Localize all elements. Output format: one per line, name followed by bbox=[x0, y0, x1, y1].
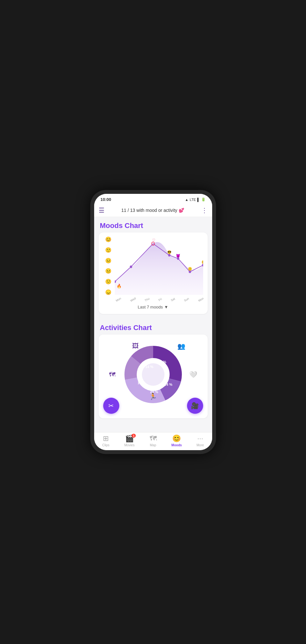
svg-text:🙂: 🙂 bbox=[188, 267, 192, 271]
activities-chart-title: Activities Chart bbox=[94, 319, 212, 335]
music-icon: 🖼 bbox=[132, 342, 139, 350]
map-nav-label: Map bbox=[150, 443, 156, 447]
chevron-down-icon: ▼ bbox=[164, 305, 168, 309]
more-options-icon[interactable]: ⋮ bbox=[201, 206, 208, 214]
status-icons: ▲ LTE ▌ 🔋 bbox=[185, 197, 205, 202]
moods-dropdown-row: Last 7 moods ▼ bbox=[103, 305, 203, 309]
svg-text:😈: 😈 bbox=[176, 253, 180, 258]
phone-screen: 10:00 ▲ LTE ▌ 🔋 ☰ 11 / 13 with mood or a… bbox=[94, 194, 212, 450]
moods-nav-icon: 😊 bbox=[172, 434, 181, 443]
x-label-thu: Thu bbox=[144, 297, 150, 302]
clips-nav-icon: ⊞ bbox=[103, 434, 109, 443]
toolbar-title: 11 / 13 with mood or activity 💕 bbox=[104, 208, 201, 213]
scissors-fab[interactable]: ✂ bbox=[103, 398, 119, 414]
svg-text:14 %: 14 % bbox=[145, 365, 153, 369]
moods-dropdown-label: Last 7 moods bbox=[138, 305, 163, 309]
svg-point-1 bbox=[130, 265, 132, 268]
friends-icon: 👥 bbox=[177, 342, 185, 350]
x-label-sun: Sun bbox=[183, 297, 190, 302]
mood-y-axis: 😊 🙂 😐 😐 🙁 😞 bbox=[103, 237, 114, 295]
activities-chart-card: 🖼 👥 🗺 🏃 🤍 bbox=[99, 335, 208, 418]
map-icon: 🗺 bbox=[109, 371, 115, 378]
camera-fab[interactable]: 🎥 bbox=[187, 398, 203, 414]
svg-point-10 bbox=[202, 264, 203, 266]
x-label-mon2: Mon bbox=[198, 297, 204, 302]
moods-chart-card: 😊 🙂 😐 😐 🙁 😞 bbox=[99, 232, 208, 314]
movies-badge: 1 bbox=[132, 434, 136, 438]
svg-text:29 %: 29 % bbox=[158, 360, 166, 364]
mood-emoji-5: 🙁 bbox=[105, 279, 112, 284]
movies-nav-label: Movies bbox=[124, 443, 134, 447]
x-axis: Mon Wed Thu Fri Sat Sun Mon bbox=[115, 295, 203, 301]
nav-item-more[interactable]: ··· More bbox=[188, 434, 212, 447]
svg-text:🔥: 🔥 bbox=[117, 284, 122, 289]
more-nav-label: More bbox=[197, 443, 204, 447]
clips-nav-label: Clips bbox=[102, 443, 109, 447]
wifi-icon: ▲ bbox=[185, 198, 188, 202]
phone-frame: 10:00 ▲ LTE ▌ 🔋 ☰ 11 / 13 with mood or a… bbox=[90, 190, 216, 454]
mood-emoji-3: 😐 bbox=[105, 258, 112, 263]
signal-icon: ▌ bbox=[197, 198, 200, 202]
running-icon: 🏃 bbox=[149, 393, 157, 400]
x-label-fri: Fri bbox=[158, 297, 163, 302]
nav-item-clips[interactable]: ⊞ Clips bbox=[94, 434, 118, 447]
heart-icon: 🤍 bbox=[189, 371, 197, 378]
more-nav-icon: ··· bbox=[197, 434, 203, 443]
x-label-mon1: Mon bbox=[115, 297, 122, 302]
bottom-nav: ⊞ Clips 1 🎬 Movies 🗺 Map 😊 Moods ··· Mor… bbox=[94, 432, 212, 450]
moods-dropdown-button[interactable]: Last 7 moods ▼ bbox=[138, 305, 168, 309]
svg-point-6 bbox=[177, 257, 179, 260]
moods-nav-label: Moods bbox=[172, 443, 182, 447]
svg-text:😊: 😊 bbox=[201, 260, 203, 265]
moods-chart-title: Moods Chart bbox=[94, 217, 212, 232]
lte-icon: LTE bbox=[190, 198, 196, 202]
camera-icon: 🎥 bbox=[191, 402, 199, 410]
svg-text:14 %: 14 % bbox=[164, 383, 172, 386]
map-nav-icon: 🗺 bbox=[150, 434, 157, 443]
moods-chart-container: 😊 🙂 😐 😐 🙁 😞 bbox=[103, 237, 203, 301]
status-bar: 10:00 ▲ LTE ▌ 🔋 bbox=[94, 194, 212, 204]
nav-item-movies[interactable]: 1 🎬 Movies bbox=[118, 434, 141, 447]
menu-icon[interactable]: ☰ bbox=[99, 206, 104, 214]
x-label-wed: Wed bbox=[130, 297, 136, 302]
scissors-icon: ✂ bbox=[108, 402, 114, 410]
donut-chart-wrapper: 🖼 👥 🗺 🏃 🤍 bbox=[103, 339, 203, 410]
svg-point-8 bbox=[189, 270, 191, 273]
toolbar: ☰ 11 / 13 with mood or activity 💕 ⋮ bbox=[94, 204, 212, 217]
mood-emoji-1: 😊 bbox=[105, 237, 112, 242]
svg-text:😎: 😎 bbox=[167, 250, 171, 255]
svg-point-4 bbox=[168, 254, 170, 256]
nav-item-map[interactable]: 🗺 Map bbox=[141, 434, 165, 447]
mood-emoji-4: 😐 bbox=[105, 269, 112, 274]
svg-text:♡: ♡ bbox=[152, 238, 155, 242]
chart-area: ♡ 😎 😈 🙂 😊 🔥 bbox=[115, 237, 203, 295]
moods-line-chart: ♡ 😎 😈 🙂 😊 🔥 bbox=[115, 237, 203, 295]
mood-emoji-6: 😞 bbox=[105, 290, 112, 295]
nav-item-moods[interactable]: 😊 Moods bbox=[165, 434, 188, 447]
mood-emoji-2: 🙂 bbox=[105, 248, 112, 253]
battery-icon: 🔋 bbox=[201, 197, 206, 202]
scroll-content: Moods Chart 😊 🙂 😐 😐 🙁 😞 bbox=[94, 217, 212, 432]
status-time: 10:00 bbox=[101, 197, 111, 202]
svg-text:14 %: 14 % bbox=[137, 381, 145, 385]
x-label-sat: Sat bbox=[170, 297, 176, 302]
